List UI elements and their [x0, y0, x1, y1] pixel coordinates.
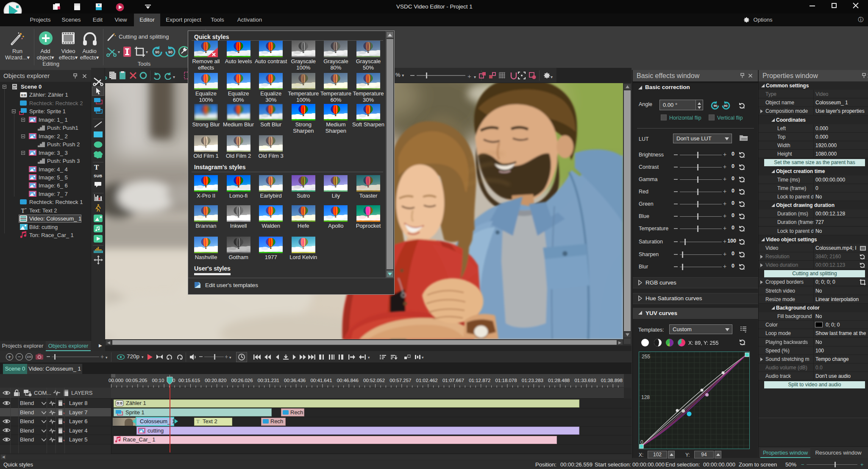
svg-text:90: 90 — [724, 104, 728, 108]
svg-text:90: 90 — [155, 50, 159, 54]
svg-text:T: T — [21, 208, 25, 214]
svg-text:0:0: 0:0 — [21, 93, 26, 97]
svg-text:0:0: 0:0 — [117, 401, 122, 405]
svg-text:90: 90 — [713, 104, 717, 108]
svg-text:90: 90 — [168, 50, 172, 54]
